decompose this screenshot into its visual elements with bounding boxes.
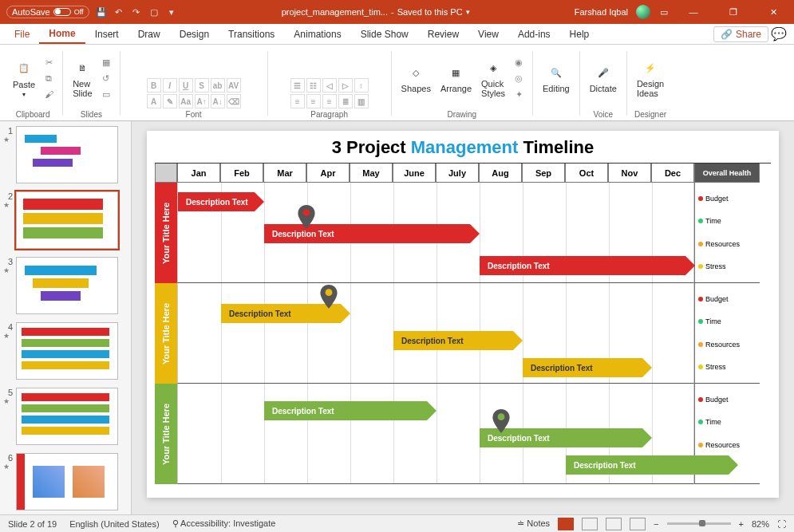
columns-icon[interactable]: ▥ <box>354 94 369 108</box>
change-case-icon[interactable]: Aa <box>179 94 193 108</box>
tab-design[interactable]: Design <box>170 26 219 43</box>
gantt-bar[interactable]: Description Text <box>393 331 513 350</box>
justify-icon[interactable]: ≣ <box>338 94 353 108</box>
map-pin-icon[interactable] <box>320 285 338 309</box>
gantt-bar[interactable]: Description Text <box>264 224 470 243</box>
more-icon[interactable]: ▾ <box>166 6 177 18</box>
share-button[interactable]: 🔗Share <box>713 26 768 42</box>
strike-button[interactable]: S <box>195 78 209 93</box>
gantt-bar[interactable]: Description Text <box>566 455 729 475</box>
slide-counter[interactable]: Slide 2 of 19 <box>8 519 57 529</box>
indent-right-icon[interactable]: ▷ <box>338 78 353 93</box>
tab-home[interactable]: Home <box>39 25 85 44</box>
row-title[interactable]: Your Title Here <box>155 384 177 484</box>
design-ideas-button[interactable]: ⚡Design Ideas <box>634 57 667 100</box>
italic-button[interactable]: I <box>163 78 177 93</box>
sorter-view-icon[interactable] <box>582 518 598 530</box>
slide-thumb-4[interactable] <box>16 322 118 380</box>
slide-editor[interactable]: 3 Project Management Timeline JanFebMarA… <box>132 121 794 514</box>
restore-button[interactable]: ❐ <box>717 0 749 24</box>
format-painter-icon[interactable]: 🖌 <box>41 87 56 101</box>
tab-draw[interactable]: Draw <box>128 26 170 43</box>
shrink-font-icon[interactable]: A↓ <box>211 94 225 108</box>
zoom-slider[interactable] <box>667 522 731 525</box>
row-title[interactable]: Your Title Here <box>155 183 177 283</box>
timeline-row[interactable]: Description TextDescription TextDescript… <box>177 283 694 384</box>
tab-slideshow[interactable]: Slide Show <box>351 26 418 43</box>
gantt-bar[interactable]: Description Text <box>523 358 642 377</box>
map-pin-icon[interactable] <box>492 409 510 433</box>
notes-button[interactable]: ≐ Notes <box>517 518 550 529</box>
slide-thumb-5[interactable] <box>16 388 118 445</box>
clear-format-icon[interactable]: ⌫ <box>227 94 241 108</box>
slide-thumbnail-panel[interactable]: 1★ 2★ 3★ 4★ 5★ 6★ 7★ <box>0 121 132 514</box>
gantt-bar[interactable]: Description Text <box>264 401 427 420</box>
undo-icon[interactable]: ↶ <box>113 6 124 18</box>
timeline-row[interactable]: Description TextDescription TextDescript… <box>177 384 694 484</box>
tab-help[interactable]: Help <box>560 26 599 43</box>
tab-transitions[interactable]: Transitions <box>219 26 284 43</box>
zoom-out-button[interactable]: − <box>654 519 658 529</box>
slideshow-view-icon[interactable] <box>630 518 646 530</box>
tab-insert[interactable]: Insert <box>85 26 128 43</box>
numbering-icon[interactable]: ☷ <box>306 78 321 93</box>
close-button[interactable]: ✕ <box>757 0 789 24</box>
gantt-bar[interactable]: Description Text <box>178 192 255 211</box>
new-slide-button[interactable]: 🗎 New Slide <box>69 57 95 100</box>
font-color-icon[interactable]: A <box>147 94 161 108</box>
ribbon-mode-icon[interactable]: ▭ <box>658 6 670 18</box>
normal-view-icon[interactable] <box>558 518 574 530</box>
timeline-row[interactable]: Description TextDescription TextDescript… <box>177 183 694 283</box>
user-name[interactable]: Farshad Iqbal <box>575 7 628 17</box>
tab-file[interactable]: File <box>5 26 39 43</box>
cut-icon[interactable]: ✂ <box>41 55 56 69</box>
slide-title[interactable]: 3 Project Management Timeline <box>155 137 771 158</box>
timeline-grid[interactable]: JanFebMarAprMayJuneJulyAugSepOctNovDecOv… <box>155 163 771 484</box>
shape-outline-icon[interactable]: ◎ <box>512 71 526 85</box>
reading-view-icon[interactable] <box>606 518 622 530</box>
dictate-button[interactable]: 🎤Dictate <box>587 61 620 95</box>
indent-left-icon[interactable]: ◁ <box>322 78 337 93</box>
editing-button[interactable]: 🔍Editing <box>539 61 573 95</box>
zoom-in-button[interactable]: + <box>739 519 744 529</box>
map-pin-icon[interactable] <box>298 205 315 229</box>
grow-font-icon[interactable]: A↑ <box>195 94 209 108</box>
zoom-level[interactable]: 82% <box>752 519 769 529</box>
slide-canvas[interactable]: 3 Project Management Timeline JanFebMarA… <box>147 131 779 498</box>
minimize-button[interactable]: — <box>677 0 709 24</box>
avatar[interactable] <box>636 5 650 19</box>
slide-thumb-2[interactable] <box>16 191 118 249</box>
accessibility-status[interactable]: ⚲ Accessibility: Investigate <box>172 518 276 529</box>
bold-button[interactable]: B <box>147 78 161 93</box>
redo-icon[interactable]: ↷ <box>131 6 142 18</box>
quick-styles-button[interactable]: ◈Quick Styles <box>478 57 508 100</box>
row-title[interactable]: Your Title Here <box>155 283 177 384</box>
gantt-bar[interactable]: Description Text <box>480 256 685 275</box>
shapes-button[interactable]: ◇Shapes <box>398 61 434 95</box>
comments-button[interactable]: 💬 <box>768 26 789 41</box>
slideshow-icon[interactable]: ▢ <box>148 6 160 18</box>
underline-button[interactable]: U <box>179 78 193 93</box>
slide-thumb-1[interactable] <box>16 126 118 183</box>
layout-icon[interactable]: ▦ <box>99 55 113 69</box>
highlight-icon[interactable]: ✎ <box>163 94 177 108</box>
align-right-icon[interactable]: ≡ <box>322 94 337 108</box>
shape-effects-icon[interactable]: ✦ <box>512 87 526 101</box>
autosave-toggle[interactable]: AutoSave Off <box>6 6 89 18</box>
tab-view[interactable]: View <box>468 26 508 43</box>
align-left-icon[interactable]: ≡ <box>290 94 305 108</box>
fit-window-icon[interactable]: ⛶ <box>777 519 786 529</box>
save-icon[interactable]: 💾 <box>96 6 107 18</box>
shape-fill-icon[interactable]: ◉ <box>512 55 526 69</box>
tab-review[interactable]: Review <box>418 26 468 43</box>
bullets-icon[interactable]: ☰ <box>290 78 305 93</box>
reset-icon[interactable]: ↺ <box>99 71 113 85</box>
align-center-icon[interactable]: ≡ <box>306 94 321 108</box>
slide-thumb-3[interactable] <box>16 257 118 314</box>
tab-addins[interactable]: Add-ins <box>508 26 560 43</box>
copy-icon[interactable]: ⧉ <box>41 71 56 85</box>
arrange-button[interactable]: ▦Arrange <box>437 61 475 95</box>
language-status[interactable]: English (United States) <box>69 519 160 529</box>
section-icon[interactable]: ▭ <box>99 87 113 101</box>
tab-animations[interactable]: Animations <box>284 26 350 43</box>
